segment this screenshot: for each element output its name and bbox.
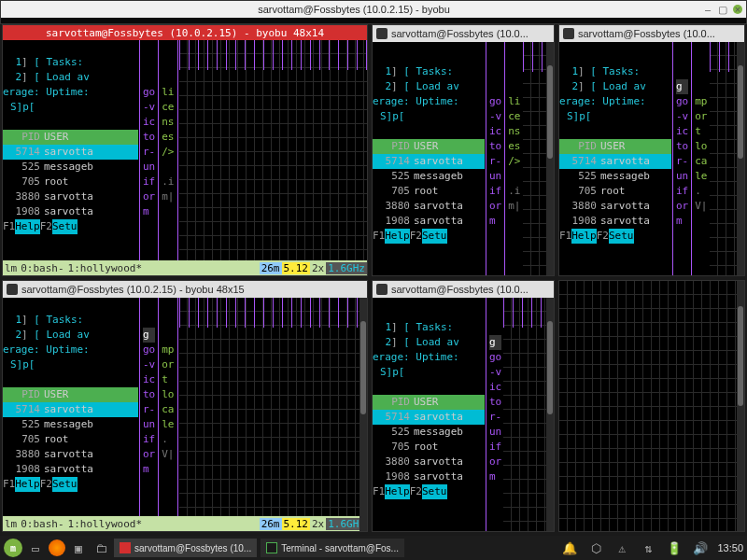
process-header[interactable]: PIDUSER [3, 387, 138, 402]
process-row[interactable]: 1908sarvotta [559, 214, 671, 229]
terminal-content[interactable]: 1] [ Tasks: 2] [ Load av erage: Uptime: … [3, 298, 367, 516]
scrollbar-thumb[interactable] [738, 65, 743, 159]
process-row[interactable]: 5714sarvotta [3, 402, 138, 417]
thumb-titlebar[interactable]: sarvottam@Fossbytes (10.0... [373, 25, 554, 42]
terminal-pane-top-middle[interactable]: sarvottam@Fossbytes (10.0... 1] [ Tasks:… [372, 24, 555, 276]
process-row[interactable]: 705root [3, 432, 138, 447]
window-controls: – ▢ × [703, 5, 742, 14]
process-row[interactable]: 3880sarvotta [559, 199, 671, 214]
process-row[interactable]: 3880sarvotta [3, 447, 138, 462]
close-button[interactable]: × [733, 5, 742, 14]
status-cpu-ghz: 1.6GHz [326, 262, 367, 274]
byobu-title-bar: sarvottam@Fossbytes (10.0.2.15) - byobu … [3, 25, 367, 40]
process-row[interactable]: 1908sarvotta [373, 469, 485, 484]
scrollbar[interactable] [359, 298, 367, 531]
f2-key[interactable]: F2 [40, 219, 52, 234]
show-desktop-icon[interactable]: ▭ [26, 539, 45, 557]
cursor-char: g [676, 79, 688, 94]
process-row[interactable]: 1908sarvotta [373, 214, 485, 229]
notifications-icon[interactable]: 🔔 [560, 539, 579, 557]
volume-icon[interactable]: 🔊 [691, 539, 710, 557]
terminal-launcher-icon[interactable]: ▣ [69, 539, 88, 557]
process-row[interactable]: 705root [373, 184, 485, 199]
scrollbar[interactable] [546, 298, 554, 531]
process-header[interactable]: PIDUSER [373, 139, 485, 154]
f1-key[interactable]: F1 [3, 219, 15, 234]
process-row[interactable]: 5714sarvotta [373, 410, 485, 425]
process-row-highlighted[interactable]: 5714sarvotta [3, 145, 138, 160]
htop-column: 1] [ Tasks: 2] [ Load av erage: Uptime: … [373, 42, 485, 275]
process-row[interactable]: 5714sarvotta [373, 154, 485, 169]
column-separator [139, 40, 140, 260]
load-num: 2 [3, 70, 21, 85]
scrollbar-thumb[interactable] [547, 65, 553, 159]
terminal-content[interactable] [559, 281, 744, 531]
terminal-icon [563, 28, 574, 39]
process-row[interactable]: 705root [373, 440, 485, 455]
process-header[interactable]: PIDUSER [3, 130, 138, 145]
scrollbar[interactable] [737, 281, 744, 531]
warning-icon[interactable]: ⚠ [613, 539, 631, 557]
scrollbar[interactable] [737, 42, 744, 275]
desktop-panel[interactable]: m ▭ ▣ 🗀 sarvottam@Fossbytes (10... Termi… [0, 536, 747, 560]
terminal-app-icon [266, 542, 277, 553]
process-row[interactable]: 705root [559, 184, 671, 199]
matrix-effect-area [559, 281, 744, 531]
mint-menu-icon[interactable]: m [4, 539, 22, 557]
thumb-titlebar[interactable]: sarvottam@Fossbytes (10.0... [559, 25, 744, 42]
scrollbar[interactable] [546, 42, 554, 275]
taskbar-button-terminal[interactable]: sarvottam@Fossbytes (10... [114, 539, 257, 557]
terminal-pane-bottom-middle[interactable]: sarvottam@Fossbytes (10.0... 1] [ Tasks:… [372, 280, 555, 532]
shield-icon[interactable]: ⬡ [586, 539, 605, 557]
process-row[interactable]: 1908sarvotta [3, 204, 138, 219]
terminal-pane-top-left[interactable]: sarvottam@Fossbytes (10.0.2.15) - byobu … [2, 24, 368, 276]
terminal-pane-bottom-left[interactable]: sarvottam@Fossbytes (10.0.2.15) - byobu … [2, 280, 368, 532]
battery-icon[interactable]: 🔋 [665, 539, 684, 557]
terminal-content[interactable]: 1] [ Tasks: 2] [ Load av erage: Uptime: … [3, 40, 367, 260]
minimize-button[interactable]: – [703, 5, 712, 14]
clock[interactable]: 13:50 [717, 542, 743, 553]
scrollbar-thumb[interactable] [738, 306, 743, 406]
taskbar-button-terminal-2[interactable]: Terminal - sarvottam@Fos... [261, 539, 404, 557]
network-icon[interactable]: ⇅ [639, 539, 657, 557]
process-row[interactable]: 525messageb [3, 417, 138, 432]
main-title: sarvottam@Fossbytes (10.0.2.15) - byobu [5, 4, 703, 15]
process-row[interactable]: 525messageb [373, 425, 485, 440]
process-row[interactable]: 3880sarvotta [3, 189, 138, 204]
thumb-titlebar[interactable]: sarvottam@Fossbytes (10.0... [373, 281, 554, 298]
process-header[interactable]: PIDUSER [373, 395, 485, 410]
status-bash[interactable]: 0:bash- [19, 262, 65, 274]
process-row[interactable]: 1908sarvotta [3, 462, 138, 477]
main-titlebar[interactable]: sarvottam@Fossbytes (10.0.2.15) - byobu … [1, 1, 746, 18]
scrollbar-thumb[interactable] [547, 321, 553, 414]
process-row[interactable]: 705root [3, 175, 138, 189]
process-header[interactable]: PIDUSER [559, 139, 671, 154]
process-row[interactable]: 3880sarvotta [373, 199, 485, 214]
process-row[interactable]: 525messageb [373, 169, 485, 184]
firefox-icon[interactable] [49, 539, 65, 556]
files-launcher-icon[interactable]: 🗀 [92, 539, 110, 557]
setup-label[interactable]: Setu [52, 219, 78, 234]
process-row[interactable]: 5714sarvotta [559, 154, 671, 169]
terminal-pane-top-right[interactable]: sarvottam@Fossbytes (10.0... 1] [ Tasks:… [558, 24, 745, 276]
help-label[interactable]: Help [15, 219, 40, 234]
process-row[interactable]: 525messageb [3, 160, 138, 175]
terminal-icon [376, 284, 388, 295]
terminal-content[interactable]: 1] [ Tasks: 2] [ Load av erage: Uptime: … [373, 42, 554, 275]
process-row[interactable]: 3880sarvotta [373, 455, 485, 469]
function-keys-bar: F1Help F2Setu [373, 484, 485, 499]
function-keys-bar: F1Help F2Setu [3, 219, 138, 234]
process-row[interactable]: 525messageb [559, 169, 671, 184]
maximize-button[interactable]: ▢ [718, 5, 727, 14]
terminal-content[interactable]: 1] [ Tasks: 2] [ Load av erage: Uptime: … [559, 42, 744, 275]
letters-column-b: li ce ns es /> .i m| [160, 40, 176, 260]
scrollbar-thumb[interactable] [360, 321, 366, 414]
terminal-pane-bottom-right[interactable] [558, 280, 745, 532]
cursor-char: g [143, 328, 155, 343]
letters-column-a: go -v ic to r- un if or m [141, 40, 157, 260]
terminal-content[interactable]: 1] [ Tasks: 2] [ Load av erage: Uptime: … [373, 298, 554, 531]
thumb-title: sarvottam@Fossbytes (10.0... [391, 284, 550, 295]
status-hollywood[interactable]: 1:hollywood* [66, 262, 144, 274]
thumb-titlebar[interactable]: sarvottam@Fossbytes (10.0.2.15) - byobu … [3, 281, 367, 298]
swap-label: S]p[ [3, 100, 35, 115]
